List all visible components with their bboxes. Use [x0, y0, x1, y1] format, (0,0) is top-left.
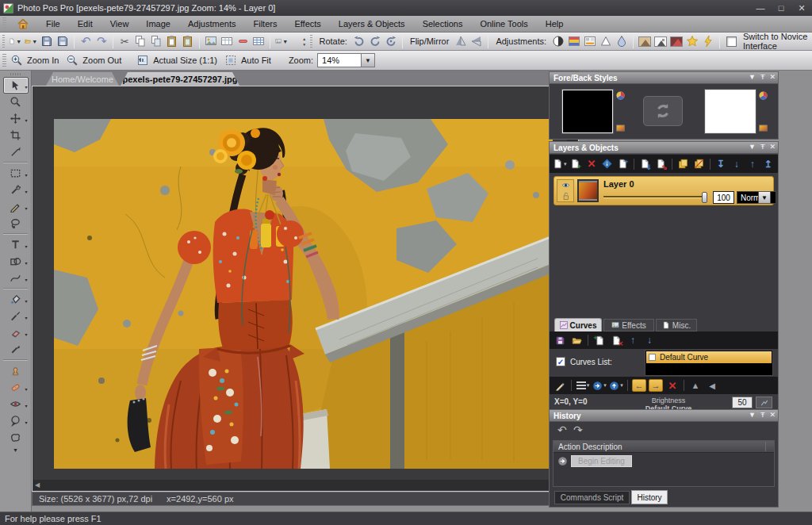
merge-visible-button[interactable]: ⇘	[654, 157, 668, 171]
layer-name[interactable]: Layer 0	[603, 179, 634, 189]
maximize-icon[interactable]: □	[771, 3, 791, 13]
paste-as-new-button[interactable]	[180, 33, 196, 49]
close-icon[interactable]: ✕	[791, 3, 812, 13]
move-tool[interactable]: ▾	[3, 110, 29, 127]
favorites-button[interactable]	[684, 33, 700, 49]
save-curve-button[interactable]	[553, 333, 567, 347]
rotate-custom-button[interactable]	[383, 33, 399, 49]
tab-history[interactable]: History	[631, 490, 668, 504]
foreground-style-button[interactable]	[615, 90, 626, 104]
layer-info-button[interactable]	[600, 157, 614, 171]
flip-horizontal-button[interactable]	[469, 33, 485, 49]
novice-checkbox[interactable]	[723, 33, 739, 49]
menu-view[interactable]: View	[102, 16, 138, 32]
layer-visible-icon[interactable]	[561, 181, 571, 190]
curve-chart-button[interactable]	[756, 397, 772, 408]
history-item-row[interactable]: Begin Editing	[553, 454, 774, 468]
home-button[interactable]	[15, 16, 31, 32]
effects-button[interactable]	[700, 33, 716, 49]
panel-pin-icon[interactable]: Ŧ	[760, 143, 765, 151]
next-curve-button[interactable]: →	[649, 379, 663, 392]
curves-listbox[interactable]: Default Curve	[645, 350, 773, 376]
foreground-swatch[interactable]	[562, 90, 613, 133]
panel-close-icon[interactable]: ✕	[769, 411, 776, 419]
open-file-button[interactable]: ▼	[23, 33, 39, 49]
background-style-button[interactable]	[758, 90, 768, 104]
blur-button[interactable]	[614, 33, 630, 49]
delete-curve-button[interactable]: ✕	[609, 333, 623, 347]
opacity-value[interactable]: 100	[713, 191, 734, 204]
marquee-select-tool[interactable]: ▾	[3, 165, 29, 182]
save-button[interactable]	[39, 33, 55, 49]
group-layers-button[interactable]	[676, 157, 690, 171]
panel-close-icon[interactable]: ✕	[769, 143, 776, 151]
copy-button[interactable]	[132, 33, 148, 49]
sharpen-button[interactable]	[598, 33, 614, 49]
rotate-right-button[interactable]	[367, 33, 383, 49]
redo-button[interactable]: ↷	[94, 33, 109, 49]
menu-filters[interactable]: Filters	[244, 16, 285, 32]
auto-fit-button[interactable]: Auto Fit	[223, 52, 277, 68]
freeform-shape-tool[interactable]	[3, 429, 29, 446]
remove-button[interactable]	[235, 33, 251, 49]
contrast-button[interactable]	[550, 33, 566, 49]
menu-layers-objects[interactable]: Layers & Objects	[330, 16, 414, 32]
layer-thumbnail[interactable]	[577, 179, 599, 202]
save-as-button[interactable]	[55, 33, 71, 49]
panel-menu-icon[interactable]: ▼	[749, 73, 756, 81]
flip-vertical-button[interactable]	[453, 33, 469, 49]
apply-curve-button[interactable]	[553, 378, 567, 393]
curve-line-tool[interactable]: ▾	[3, 270, 29, 286]
table-button[interactable]	[219, 33, 235, 49]
menu-effects[interactable]: Effects	[285, 16, 329, 32]
toolbar-overflow-button[interactable]: ▲▼	[301, 33, 308, 49]
menu-file[interactable]: File	[37, 16, 69, 32]
curve-down-button[interactable]: ↓	[642, 333, 657, 347]
background-swatch[interactable]	[705, 90, 756, 133]
panel-close-icon[interactable]: ✕	[769, 73, 776, 81]
panel-pin-icon[interactable]: Ŧ	[760, 411, 765, 419]
image-browser-button[interactable]	[203, 33, 219, 49]
panel-menu-icon[interactable]: ▼	[749, 411, 756, 419]
new-layer-button[interactable]: ▾	[553, 157, 567, 171]
flip-curve-v-button[interactable]: ▲	[688, 378, 703, 393]
text-tool[interactable]: ▾	[3, 236, 29, 253]
ungroup-layers-button[interactable]	[692, 157, 706, 171]
history-undo-icon[interactable]: ↶	[557, 423, 567, 436]
duplicate-layer-button[interactable]: ＋	[616, 157, 630, 171]
new-file-button[interactable]: ▼	[7, 33, 23, 49]
canvas-image[interactable]	[54, 119, 553, 469]
rotate-left-button[interactable]	[351, 33, 367, 49]
move-layer-top-button[interactable]: ↥	[761, 157, 775, 171]
healing-tool[interactable]: ▾	[3, 379, 29, 396]
opacity-slider-track[interactable]	[603, 196, 707, 198]
curve-value-input[interactable]: 50	[732, 397, 753, 408]
history-column-header[interactable]: Action Description	[553, 441, 774, 453]
curves-list-checkbox[interactable]: ✓	[556, 357, 565, 366]
foreground-gradient-button[interactable]	[615, 122, 626, 136]
tab-curves[interactable]: Curves	[554, 318, 602, 331]
merge-down-button[interactable]: ⇓	[638, 157, 652, 171]
minimize-icon[interactable]: —	[750, 3, 771, 13]
panel-pin-icon[interactable]: Ŧ	[760, 73, 765, 81]
paste-button[interactable]	[164, 33, 180, 49]
apply-upward-button[interactable]: ▾	[609, 378, 623, 393]
levels-button[interactable]	[582, 33, 598, 49]
swap-colors-button[interactable]	[643, 96, 683, 126]
lasso-tool[interactable]	[3, 215, 29, 232]
copy-merged-button[interactable]	[148, 33, 164, 49]
auto-levels-button[interactable]	[653, 33, 668, 49]
actual-size-button[interactable]: Actual Size (1:1)	[135, 52, 223, 68]
tab-commands-script[interactable]: Commands Script	[554, 491, 630, 504]
panel-menu-icon[interactable]: ▼	[749, 143, 756, 151]
balloon-tool[interactable]: ▾	[3, 412, 29, 429]
brush-tool[interactable]: ▾	[3, 308, 29, 324]
red-eye-tool[interactable]: ▾	[3, 396, 29, 412]
reset-curve-button[interactable]: ✕	[665, 378, 680, 393]
menu-online-tools[interactable]: Online Tools	[471, 16, 536, 32]
delete-layer-button[interactable]: ✕	[584, 157, 598, 171]
menu-selections[interactable]: Selections	[414, 16, 472, 32]
colors-button[interactable]	[566, 33, 582, 49]
tab-document[interactable]: pexels-pete79-27457297.jpg	[121, 72, 239, 86]
menu-image[interactable]: Image	[137, 16, 179, 32]
